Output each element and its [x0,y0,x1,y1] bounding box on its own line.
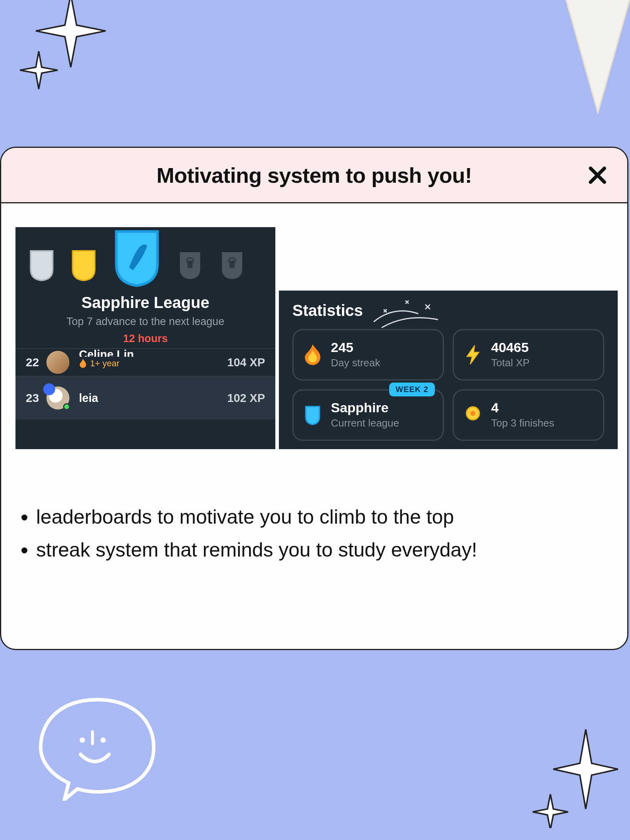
svg-rect-5 [230,260,235,268]
week-pill: WEEK 2 [389,383,435,396]
stat-current-league[interactable]: WEEK 2 Sapphire Current league [292,389,444,441]
league-time-left: 12 hours [15,333,275,345]
leaderboard-row[interactable]: 22 Celine Lin 1+ year 104 XP [15,348,275,376]
medal-icon [464,405,482,425]
card-header: Motivating system to push you! [1,148,627,203]
card-body: Sapphire League Top 7 advance to the nex… [1,203,627,219]
feature-bullets: leaderboards to motivate you to climb to… [20,501,611,566]
sparkle-icon [527,725,618,828]
close-icon [588,165,607,185]
streak-badge: 1+ year [79,358,227,369]
league-shield-locked [173,245,207,285]
stat-value: 4 [491,401,554,415]
close-button[interactable] [588,165,607,185]
league-name: Sapphire League [15,294,275,312]
statistics-panel: Statistics 245 [279,291,618,449]
info-card: Motivating system to push you! [0,147,628,650]
stat-total-xp[interactable]: 40465 Total XP [453,329,604,381]
avatar-badge-icon [43,383,55,395]
stat-label: Total XP [491,357,530,369]
svg-marker-0 [566,0,630,113]
league-shield-gold[interactable] [67,245,100,285]
stat-value: 245 [331,341,380,355]
stat-value: Sapphire [331,401,399,415]
league-shield-sapphire-active[interactable] [109,230,165,285]
leaderboard-panel: Sapphire League Top 7 advance to the nex… [15,227,275,449]
svg-point-8 [471,411,476,416]
svg-point-9 [80,737,85,743]
flame-icon [304,344,321,365]
leaderboard-row[interactable]: 23 leia 102 XP [15,376,275,419]
leaderboard-rank: 23 [26,391,46,405]
avatar [46,351,69,374]
leaderboard-username: leia [79,392,227,405]
stat-label: Day streak [331,357,380,369]
svg-point-10 [100,737,106,743]
speech-bubble-icon [38,694,157,801]
card-title: Motivating system to push you! [156,163,472,188]
avatar [46,387,69,409]
league-advance-text: Top 7 advance to the next league [15,316,275,328]
bullet-item: leaderboards to motivate you to climb to… [36,501,611,534]
league-shield-locked [215,245,249,285]
bullet-item: streak system that reminds you to study … [36,534,611,566]
leaderboard-xp: 104 XP [227,356,265,369]
leaderboard-xp: 102 XP [227,392,265,405]
league-shields-row [15,227,275,289]
bolt-icon [464,344,482,365]
stat-label: Current league [331,417,399,429]
sparkle-icon [20,0,107,91]
triangle-shape-icon [559,0,630,115]
svg-rect-3 [188,260,193,268]
stat-day-streak[interactable]: 245 Day streak [292,329,444,381]
sparkle-doodle-icon [370,298,449,333]
shield-icon [304,405,321,425]
online-indicator-icon [63,403,70,410]
stat-top3-finishes[interactable]: 4 Top 3 finishes [453,389,604,441]
flame-icon [79,359,87,368]
leaderboard-username: Celine Lin [79,348,227,357]
stat-label: Top 3 finishes [491,417,554,429]
stat-value: 40465 [491,341,530,355]
league-shield-silver[interactable] [25,245,58,285]
leaderboard-rank: 22 [26,356,46,369]
